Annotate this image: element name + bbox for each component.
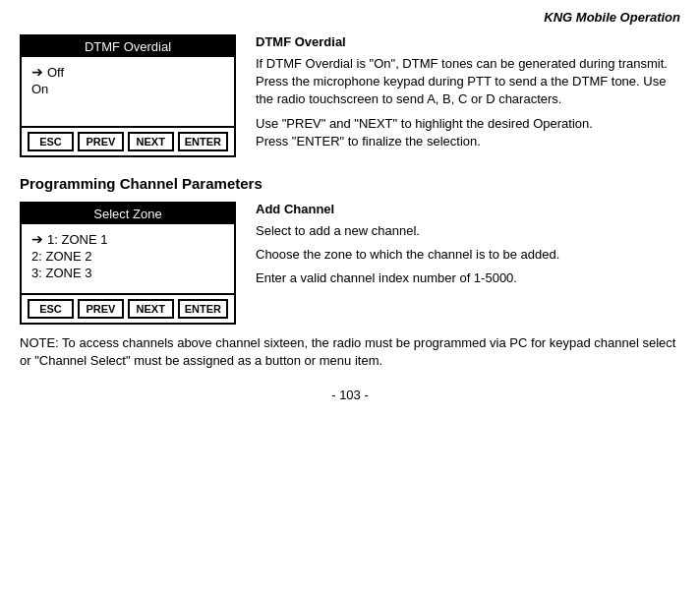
dtmf-btn-enter[interactable]: ENTER <box>178 132 228 151</box>
page-number: - 103 - <box>331 388 369 402</box>
dtmf-arrow-off: ➔ <box>31 64 43 80</box>
dtmf-item-off: ➔ Off <box>31 63 224 81</box>
zone-note-text: NOTE: To access channels above channel s… <box>20 335 675 368</box>
dtmf-screen-box: DTMF Overdial ➔ Off On ESC PREV NEXT ENT… <box>20 34 236 157</box>
dtmf-screen-title: DTMF Overdial <box>22 36 234 57</box>
zone-screen-body: ➔ 1: ZONE 1 2: ZONE 2 3: ZONE 3 <box>22 224 234 293</box>
zone-screen-buttons: ESC PREV NEXT ENTER <box>22 293 234 323</box>
dtmf-btn-esc[interactable]: ESC <box>28 132 74 151</box>
dtmf-desc-p1: If DTMF Overdial is "On", DTMF tones can… <box>256 55 680 109</box>
dtmf-screen-body: ➔ Off On <box>22 57 234 126</box>
zone-btn-next[interactable]: NEXT <box>128 299 174 319</box>
dtmf-label-off: Off <box>47 65 64 80</box>
dtmf-desc-title: DTMF Overdial <box>256 34 680 49</box>
page-header: KNG Mobile Operation <box>20 10 680 25</box>
dtmf-screen-buttons: ESC PREV NEXT ENTER <box>22 126 234 155</box>
dtmf-desc-p2-text: Use "PREV" and "NEXT" to highlight the d… <box>256 116 593 149</box>
zone-desc-p1: Select to add a new channel. <box>256 222 680 240</box>
dtmf-btn-next[interactable]: NEXT <box>128 132 174 151</box>
dtmf-desc-p2: Use "PREV" and "NEXT" to highlight the d… <box>256 115 680 150</box>
zone-screen-title: Select Zone <box>22 204 234 224</box>
zone-item-1: ➔ 1: ZONE 1 <box>31 230 224 248</box>
zone-label-1: 1: ZONE 1 <box>47 232 107 247</box>
page-footer: - 103 - <box>20 388 680 402</box>
dtmf-label-on: On <box>31 82 48 96</box>
programming-heading: Programming Channel Parameters <box>20 175 680 192</box>
zone-section: Select Zone ➔ 1: ZONE 1 2: ZONE 2 3: ZON… <box>20 202 680 325</box>
zone-btn-esc[interactable]: ESC <box>28 299 74 319</box>
dtmf-btn-prev[interactable]: PREV <box>78 132 124 151</box>
zone-item-3: 3: ZONE 3 <box>31 265 224 281</box>
zone-desc-title: Add Channel <box>256 202 680 216</box>
zone-desc-p3: Enter a valid channel index number of 1-… <box>256 269 680 287</box>
zone-screen-box: Select Zone ➔ 1: ZONE 1 2: ZONE 2 3: ZON… <box>20 202 236 325</box>
zone-btn-prev[interactable]: PREV <box>78 299 124 319</box>
zone-arrow-1: ➔ <box>31 231 43 247</box>
dtmf-item-on: On <box>31 81 224 97</box>
zone-label-2: 2: ZONE 2 <box>31 249 91 264</box>
zone-desc-p2: Choose the zone to which the channel is … <box>256 246 680 264</box>
header-title: KNG Mobile Operation <box>544 10 680 25</box>
zone-item-2: 2: ZONE 2 <box>31 248 224 265</box>
dtmf-description: DTMF Overdial If DTMF Overdial is "On", … <box>256 34 680 157</box>
dtmf-section: DTMF Overdial ➔ Off On ESC PREV NEXT ENT… <box>20 34 680 157</box>
zone-description: Add Channel Select to add a new channel.… <box>256 202 680 325</box>
zone-label-3: 3: ZONE 3 <box>31 266 91 280</box>
zone-btn-enter[interactable]: ENTER <box>178 299 228 319</box>
zone-desc-note: NOTE: To access channels above channel s… <box>20 334 680 370</box>
